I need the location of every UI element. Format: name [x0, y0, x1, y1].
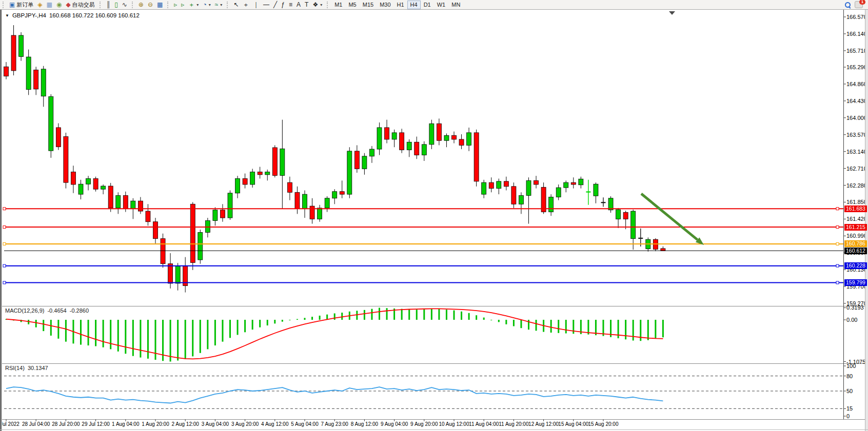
- candlestick: [19, 35, 24, 56]
- indicators-caret-icon[interactable]: ▾: [196, 3, 199, 7]
- line-anchor-handle[interactable]: [3, 264, 6, 267]
- templates-button[interactable]: ≈▾: [213, 0, 225, 9]
- candlestick: [467, 133, 471, 146]
- periods-button[interactable]: ◔▾: [201, 0, 212, 9]
- macd-histogram-bar: [536, 320, 537, 331]
- candlestick: [437, 124, 441, 140]
- price-tick-label: 161.850: [846, 199, 867, 205]
- macd-histogram-bar: [103, 320, 104, 347]
- candlestick: [153, 222, 158, 239]
- vertical-line-button[interactable]: ｜: [251, 0, 261, 9]
- fibonacci-icon: ƒ: [281, 2, 285, 8]
- search-icon[interactable]: [845, 2, 851, 8]
- line-anchor-handle[interactable]: [836, 226, 839, 229]
- time-tick-label: 28 Jul 20:00: [52, 421, 80, 427]
- line-chart-button[interactable]: ∿: [120, 0, 129, 9]
- tab-timeframe-w1[interactable]: W1: [434, 1, 449, 9]
- cursor-button[interactable]: ↖: [231, 0, 241, 9]
- indicators-button[interactable]: ＋▾: [186, 0, 201, 9]
- crosshair-button[interactable]: ＋: [241, 0, 251, 9]
- channel-button[interactable]: ≡: [287, 0, 294, 9]
- tab-timeframe-d1[interactable]: D1: [421, 1, 434, 9]
- shapes-caret-icon[interactable]: ▾: [320, 3, 322, 7]
- tab-timeframe-mn[interactable]: MN: [448, 1, 463, 9]
- notifications-icon[interactable]: 1: [855, 1, 863, 8]
- horizontal-line-button[interactable]: —: [261, 0, 271, 9]
- tab-timeframe-m15[interactable]: M15: [360, 1, 377, 9]
- line-anchor-handle[interactable]: [836, 264, 839, 267]
- line-anchor-handle[interactable]: [836, 281, 839, 284]
- candlestick: [444, 135, 449, 140]
- candlestick: [474, 133, 479, 181]
- line-anchor-handle[interactable]: [836, 242, 839, 245]
- candlestick: [235, 178, 240, 193]
- fibonacci-button[interactable]: ƒ: [279, 0, 287, 9]
- tab-timeframe-m5[interactable]: M5: [345, 1, 359, 9]
- line-anchor-handle[interactable]: [3, 242, 6, 245]
- tab-timeframe-h4[interactable]: H4: [407, 1, 421, 9]
- macd-histogram-bar: [274, 320, 275, 323]
- candlestick-chart-icon: ▯: [114, 2, 118, 8]
- macd-histogram-bar: [125, 320, 126, 354]
- label-button[interactable]: T: [303, 0, 310, 9]
- candlestick: [26, 57, 31, 90]
- macd-histogram-bar: [222, 320, 223, 342]
- tab-timeframe-m30[interactable]: M30: [377, 1, 393, 9]
- text-button[interactable]: A: [294, 0, 303, 9]
- zoom-in-button[interactable]: ⊕: [136, 0, 146, 9]
- macd-histogram-bar: [520, 320, 522, 328]
- line-anchor-handle[interactable]: [836, 208, 839, 210]
- line-anchor-handle[interactable]: [3, 281, 6, 284]
- macd-histogram-bar: [356, 311, 358, 320]
- autotrade-button[interactable]: ◆自动交易: [64, 0, 96, 9]
- toolbar-grip: [167, 2, 170, 8]
- signal-button[interactable]: ◉: [54, 0, 64, 9]
- periods-icon: ◔: [203, 2, 206, 8]
- price-tick-label: 164.860: [846, 81, 867, 87]
- macd-histogram-bar: [490, 320, 492, 320]
- shapes-button[interactable]: ❖▾: [310, 0, 324, 9]
- line-anchor-handle[interactable]: [3, 226, 6, 229]
- candlestick: [579, 179, 583, 184]
- trend-arrow[interactable]: [641, 194, 698, 240]
- macd-histogram-bar: [633, 320, 634, 340]
- time-tick-label: 1 Aug 04:00: [112, 421, 139, 427]
- macd-histogram-bar: [655, 320, 656, 339]
- chart-shift-button[interactable]: ▹: [179, 0, 186, 9]
- new-order-button[interactable]: ▣新订单: [7, 0, 35, 9]
- new-order-label: 新订单: [16, 1, 33, 9]
- shapes-icon: ❖: [312, 2, 318, 8]
- tab-timeframe-h1[interactable]: H1: [394, 1, 407, 9]
- zoom-out-button[interactable]: ⊖: [146, 0, 155, 9]
- chart-shift-marker[interactable]: [669, 11, 675, 15]
- chart-window[interactable]: ▼ GBPJPY-,H4 160.668 160.722 160.609 160…: [0, 10, 868, 431]
- styles-button[interactable]: ◈: [35, 0, 44, 9]
- tile-windows-button[interactable]: ▦: [155, 0, 165, 9]
- candlestick: [86, 178, 91, 184]
- trendline-button[interactable]: ╱: [271, 0, 279, 9]
- toolbar-grip: [327, 2, 329, 8]
- line-price-tag: 161.683: [844, 206, 867, 212]
- candlestick-chart-button[interactable]: ▯: [112, 0, 120, 9]
- auto-scroll-button[interactable]: ▹: [172, 0, 179, 9]
- profile-button[interactable]: ▦: [45, 0, 54, 9]
- trendline-icon: ╱: [273, 2, 277, 8]
- templates-caret-icon[interactable]: ▾: [220, 3, 222, 7]
- periods-caret-icon[interactable]: ▾: [209, 3, 211, 7]
- candlestick: [303, 194, 307, 209]
- macd-histogram-bar: [177, 320, 179, 360]
- notification-badge: 1: [859, 0, 865, 5]
- line-chart-icon: ∿: [122, 2, 127, 8]
- bar-chart-button[interactable]: ║: [104, 0, 113, 9]
- candlestick: [340, 192, 344, 194]
- profile-icon: ▦: [47, 2, 52, 8]
- candlestick: [78, 184, 83, 194]
- line-anchor-handle[interactable]: [3, 208, 6, 210]
- chart-canvas[interactable]: [0, 10, 868, 431]
- candlestick: [175, 266, 180, 283]
- macd-histogram-bar: [416, 310, 418, 320]
- macd-histogram-bar: [50, 320, 52, 336]
- tab-timeframe-m1[interactable]: M1: [331, 1, 345, 9]
- new-order-icon: ▣: [9, 2, 15, 8]
- price-tick-label: 165.710: [846, 48, 867, 54]
